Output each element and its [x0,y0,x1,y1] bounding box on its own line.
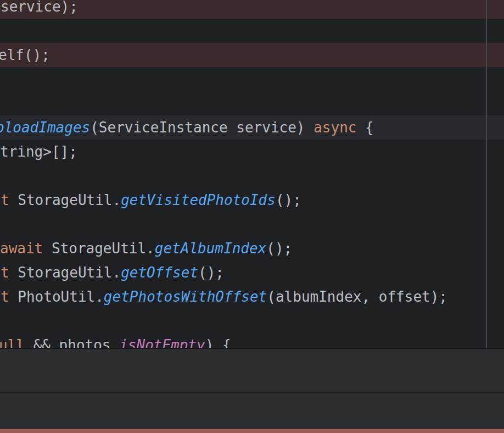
bottom-accent-bar [0,429,504,433]
code-token-method: getOffset [121,264,198,281]
code-line[interactable] [0,91,504,115]
right-margin-guide [486,0,487,348]
code-token-default: PhotoUtil. [18,288,104,305]
code-token-method: getPhotosWithOffset [104,288,267,305]
code-token-default: (); [276,192,301,208]
code-line[interactable]: t PhotoUtil.getPhotosWithOffset(albumInd… [0,285,504,309]
code-line[interactable]: elf(); [0,43,504,67]
code-token-keyword: t [1,264,18,281]
code-line-text: elf(); [0,43,50,67]
code-line[interactable] [0,19,504,43]
code-line[interactable]: tring>[]; [0,140,504,164]
code-line-text: await StorageUtil.getAlbumIndex(); [0,236,292,260]
code-line[interactable]: t StorageUtil.getVisitedPhotoIds(); [0,188,504,212]
code-token-method: getVisitedPhotoIds [121,192,276,208]
code-token-default: StorageUtil. [52,240,155,257]
code-line-text: t StorageUtil.getVisitedPhotoIds(); [1,188,301,212]
code-line[interactable] [0,67,504,91]
code-line-text: t PhotoUtil.getPhotosWithOffset(albumInd… [1,285,447,309]
bottom-panel [0,348,504,433]
code-line-text: tring>[]; [0,140,77,164]
code-token-default: StorageUtil. [18,192,121,208]
code-line[interactable]: t StorageUtil.getOffset(); [0,260,504,285]
code-token-keyword: async [313,119,356,136]
code-token-keyword: t [1,192,18,208]
code-token-default: StorageUtil. [18,264,121,281]
code-line[interactable] [0,309,504,333]
panel-separator [0,392,504,393]
code-token-default: service); [1,0,78,15]
code-line[interactable] [0,212,504,236]
code-token-method: getAlbumIndex [155,240,267,257]
code-line[interactable]: ploadImages(ServiceInstance service) asy… [0,115,504,140]
code-token-keyword: t [1,288,18,305]
code-token-default: tring>[]; [0,143,77,160]
code-token-default: { [356,119,373,136]
code-line-text: service); [1,0,78,19]
code-line-text: t StorageUtil.getOffset(); [1,260,224,285]
code-line[interactable] [0,164,504,188]
code-editor[interactable]: service);elf();ploadImages(ServiceInstan… [0,0,504,433]
code-line[interactable]: service); [0,0,504,19]
code-line[interactable]: await StorageUtil.getAlbumIndex(); [0,236,504,260]
code-token-keyword: await [0,240,52,257]
code-token-default: (); [198,264,224,281]
code-line-text: ploadImages(ServiceInstance service) asy… [0,115,374,140]
code-token-default: (); [266,240,292,257]
code-token-method: ploadImages [0,119,90,136]
code-token-default: (ServiceInstance service) [90,119,313,136]
code-token-default: (albumIndex, offset); [267,288,447,305]
code-token-default: elf(); [0,47,50,63]
